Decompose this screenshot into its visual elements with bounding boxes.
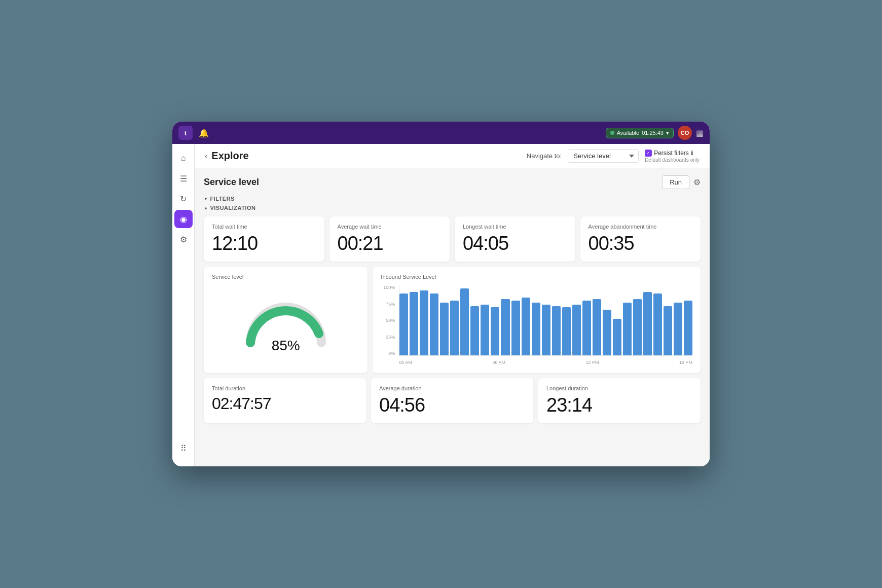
chart-bar-28 xyxy=(684,301,692,355)
chart-bar-27 xyxy=(674,303,682,355)
chart-bar-12 xyxy=(522,298,530,355)
avatar[interactable]: CO xyxy=(678,126,692,140)
chart-bar-10 xyxy=(501,299,509,355)
inbound-chart-title: Inbound Service Level xyxy=(381,274,692,280)
bell-icon[interactable]: 🔔 xyxy=(199,128,209,138)
sidebar-item-refresh[interactable]: ↻ xyxy=(174,190,193,208)
metric-card-total-duration: Total duration 02:47:57 xyxy=(204,378,366,423)
sidebar-item-lists[interactable]: ☰ xyxy=(174,169,193,188)
chart-bar-21 xyxy=(613,319,621,355)
visualization-arrow: ▲ xyxy=(204,206,208,210)
metric-value-avg-abandon: 00:35 xyxy=(589,233,693,254)
y-label-0: 0% xyxy=(388,351,395,356)
persist-filters-label: Persist filters xyxy=(654,150,689,157)
chart-bar-19 xyxy=(593,299,601,355)
chart-bar-18 xyxy=(582,301,591,355)
bottom-row: Total duration 02:47:57 Average duration… xyxy=(204,378,701,423)
y-label-50: 50% xyxy=(386,318,395,323)
header-right: Navigate to: Service level ✓ Persist fil… xyxy=(527,149,700,163)
y-label-75: 75% xyxy=(386,302,395,307)
chart-bar-15 xyxy=(552,306,561,355)
header-bar: ‹ Explore Navigate to: Service level ✓ P… xyxy=(195,144,710,168)
x-label-12pm: 12 PM xyxy=(585,360,599,365)
chart-bar-11 xyxy=(511,301,520,355)
chart-bar-4 xyxy=(440,303,449,355)
chart-bar-17 xyxy=(572,305,581,355)
available-badge[interactable]: Available 01:25:43 ▾ xyxy=(606,128,674,138)
metric-card-avg-abandon: Average abandonment time 00:35 xyxy=(580,216,701,262)
sidebar-item-grid[interactable]: ⠿ xyxy=(174,439,193,457)
y-label-25: 25% xyxy=(386,335,395,340)
metric-card-avg-wait: Average wait time 00:21 xyxy=(329,216,450,262)
top-bar: t 🔔 Available 01:25:43 ▾ CO ▦ xyxy=(172,122,710,144)
x-label-18pm: 18 PM xyxy=(679,360,692,365)
filters-toggle[interactable]: ▼ FILTERS xyxy=(204,194,701,203)
metric-value-longest-duration: 23:14 xyxy=(546,394,692,416)
service-level-panel: Service level 85% xyxy=(204,267,368,373)
chart-bar-13 xyxy=(532,303,540,355)
service-level-title: Service level xyxy=(212,274,359,280)
metric-label-longest-wait: Longest wait time xyxy=(463,224,567,230)
chart-bar-7 xyxy=(470,306,479,355)
metric-value-longest-wait: 04:05 xyxy=(463,233,567,254)
metric-label-avg-duration: Average duration xyxy=(379,385,525,391)
metric-label-longest-duration: Longest duration xyxy=(546,385,692,391)
sidebar-item-settings[interactable]: ⚙ xyxy=(174,230,193,248)
app-icon[interactable]: t xyxy=(178,126,193,140)
back-button[interactable]: ‹ xyxy=(205,152,207,161)
persist-filters-checkbox[interactable]: ✓ xyxy=(645,150,652,157)
chart-bar-6 xyxy=(460,288,469,355)
chart-bar-24 xyxy=(643,292,652,355)
gauge-percent: 85% xyxy=(272,338,300,354)
metric-card-total-wait: Total wait time 12:10 xyxy=(204,216,324,262)
filters-arrow: ▼ xyxy=(204,197,208,201)
run-button[interactable]: Run xyxy=(662,175,689,189)
visualization-label: VISUALIZATION xyxy=(210,205,255,211)
content-area: ‹ Explore Navigate to: Service level ✓ P… xyxy=(195,144,710,466)
inbound-chart-panel: Inbound Service Level 100% 75% 50% 25% 0… xyxy=(373,267,701,373)
chart-bar-14 xyxy=(542,305,550,355)
main-layout: ⌂ ☰ ↻ ◉ ⚙ ⠿ ‹ Explore Navigate to: Servi… xyxy=(172,144,710,466)
x-label-06am: 06 AM xyxy=(492,360,505,365)
filters-section: ▼ FILTERS ▲ VISUALIZATION xyxy=(204,194,701,212)
metrics-row: Total wait time 12:10 Average wait time … xyxy=(204,216,701,262)
settings-icon[interactable]: ⚙ xyxy=(693,177,701,187)
chart-bar-0 xyxy=(399,293,408,355)
metric-card-longest-wait: Longest wait time 04:05 xyxy=(455,216,575,262)
persist-filters: ✓ Persist filters ℹ Default dashboards o… xyxy=(645,150,700,163)
navigate-select[interactable]: Service level xyxy=(568,149,639,163)
metric-label-avg-wait: Average wait time xyxy=(338,224,442,230)
menu-icon[interactable]: ▦ xyxy=(696,128,704,138)
page-actions: Run ⚙ xyxy=(662,175,701,189)
available-dot xyxy=(610,131,614,135)
metric-card-avg-duration: Average duration 04:56 xyxy=(371,378,533,423)
x-label-00am: 00 AM xyxy=(399,360,412,365)
chart-y-labels: 100% 75% 50% 25% 0% xyxy=(381,285,397,356)
chart-x-labels: 00 AM 06 AM 12 PM 18 PM xyxy=(399,359,692,366)
top-bar-right: Available 01:25:43 ▾ CO ▦ xyxy=(606,126,704,140)
metric-value-total-wait: 12:10 xyxy=(212,233,316,254)
chart-bar-5 xyxy=(450,301,459,355)
top-bar-left: t 🔔 xyxy=(178,126,209,140)
metric-label-total-duration: Total duration xyxy=(212,385,358,391)
chart-bar-23 xyxy=(633,299,642,355)
persist-filters-info-icon: ℹ xyxy=(691,150,693,157)
chart-bar-22 xyxy=(623,303,632,355)
sidebar-bottom: ⠿ xyxy=(174,435,193,461)
visualization-toggle[interactable]: ▲ VISUALIZATION xyxy=(204,203,701,212)
navigate-label: Navigate to: xyxy=(527,152,562,160)
metric-label-avg-abandon: Average abandonment time xyxy=(589,224,693,230)
chart-bar-3 xyxy=(430,293,438,355)
available-label: Available xyxy=(617,130,639,136)
chart-bar-8 xyxy=(481,305,489,355)
available-time: 01:25:43 xyxy=(642,130,664,136)
sidebar-item-home[interactable]: ⌂ xyxy=(174,149,193,167)
middle-row: Service level 85% xyxy=(204,267,701,373)
y-label-100: 100% xyxy=(383,285,395,290)
page-title-header: Explore xyxy=(211,150,248,162)
metric-card-longest-duration: Longest duration 23:14 xyxy=(538,378,701,423)
sidebar-item-explore[interactable]: ◉ xyxy=(174,210,193,228)
metric-value-avg-wait: 00:21 xyxy=(338,233,442,254)
chevron-down-icon: ▾ xyxy=(666,130,669,136)
chart-bar-16 xyxy=(562,307,571,355)
